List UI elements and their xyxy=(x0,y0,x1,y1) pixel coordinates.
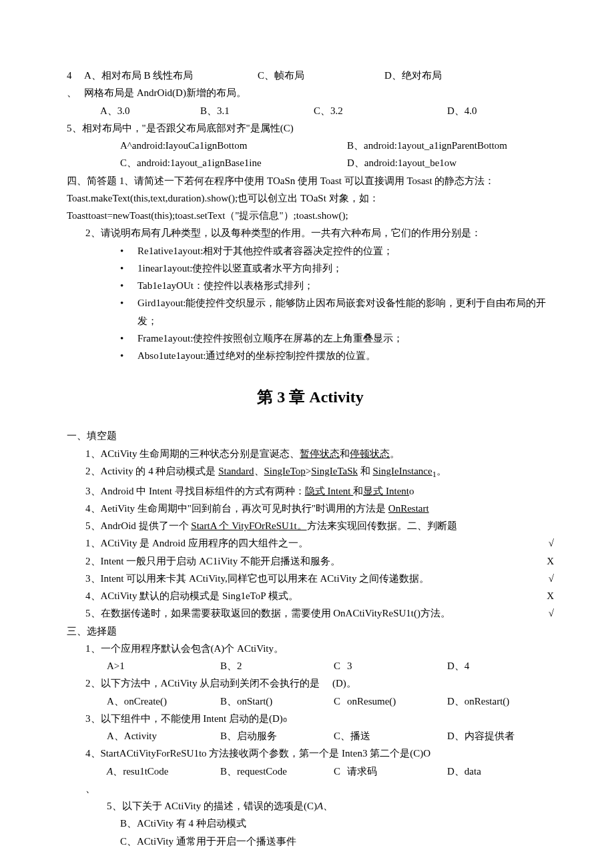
a: A、Activity xyxy=(107,727,220,745)
ja: √ xyxy=(534,534,554,552)
u: 暂停状态 xyxy=(300,448,340,459)
ver-b: B、3.1 xyxy=(200,102,314,119)
sa-heading: 四、简答题 1、请简述一下若何在程序中使用 TOaSn 使用 Toast 可以直… xyxy=(67,172,554,189)
u: 显式 Intent xyxy=(363,486,409,496)
u: StartA 个 VityFOrReSU1t。 xyxy=(191,520,306,531)
c: C xyxy=(334,657,347,675)
b: B、requestCode xyxy=(220,763,334,780)
t: 、 xyxy=(254,466,264,476)
mc-q3: 3、以下组件中，不能使用 Intent 启动的是(D)₀ xyxy=(67,710,554,727)
t: 2、Activity 的 4 种启动模式是 xyxy=(85,466,218,476)
jt: 4、ACtiVity 默认的启动模式是 Sing1eToP 模式。 xyxy=(85,587,534,604)
bullet-text: 1inear1ayout:使控件以竖直或者水平方向排列； xyxy=(137,260,554,277)
q5-c: C、android:1ayout_a1ignBase1ine xyxy=(120,154,347,171)
d: D、内容提供者 xyxy=(447,727,554,745)
mc-q1-opts: A>1 B、2 C 3 D、4 xyxy=(67,657,554,675)
bullet-dot: • xyxy=(120,260,137,277)
ver-a: A、3.0 xyxy=(100,102,200,119)
u: 停顿状态 xyxy=(350,448,390,459)
a: A>1 xyxy=(107,657,220,675)
bullet-dot: • xyxy=(120,277,137,294)
fill-q1: 1、ACtiVity 生命周期的三种状态分别是宣诞态、暂停状态和停顿状态。 xyxy=(67,445,554,462)
q5-d: D、android:1ayout_be1ow xyxy=(347,154,554,171)
q5-opts-row2: C、android:1ayout_a1ignBase1ine D、android… xyxy=(67,154,554,171)
chapter-heading: 第 3 章 Activity xyxy=(67,383,554,411)
u: SingIeInstance xyxy=(373,466,432,476)
mc-q4: 4、StartACtiVityForReSU1to 方法接收两个参数，第一个是 … xyxy=(67,745,554,762)
mc-q2-opts: A、onCreate() B、onStart() C onResume() D、… xyxy=(67,693,554,710)
bullet-4: •Frame1ayout:使控件按照创立顺序在屏幕的左上角重叠显示； xyxy=(67,330,554,347)
sa-q2: 2、请说明布局有几种类型，以及每种类型的作用。一共有六种布局，它们的作用分别是： xyxy=(67,224,554,242)
ja: X xyxy=(534,587,554,604)
fill-q3: 3、Android 中 Intent 寻找目标组件的方式有两种：隐式 Inten… xyxy=(67,482,554,500)
ver-d: D、4.0 xyxy=(447,102,477,119)
judge-1: 1、ACtiVity 是 Android 应用程序的四大组件之一。√ xyxy=(67,534,554,552)
t: 和 xyxy=(358,466,373,476)
judge-4: 4、ACtiVity 默认的启动模式是 Sing1eToP 模式。X xyxy=(67,587,554,604)
mc-trail: 、 xyxy=(67,780,554,797)
q5-opts-row1: A^android:IayouCa1ignBottom B、android:1a… xyxy=(67,137,554,154)
q5-b: B、android:1ayout_a1ignParentBottom xyxy=(347,137,554,154)
b: B、onStart() xyxy=(220,693,334,710)
u: OnRestart xyxy=(388,503,429,514)
t: o xyxy=(409,486,414,496)
q4-opt-c: C、帧布局 xyxy=(258,67,384,84)
t: 4、AetiVity 生命周期中"回到前台，再次可见时执行"时调用的方法是 xyxy=(85,503,388,514)
sa-l2: Toast.makeText(this,text,duration).show(… xyxy=(67,189,554,207)
ver-c: C、3.2 xyxy=(314,102,447,119)
cv: 请求码 xyxy=(347,763,447,780)
jt: 3、Intent 可以用来卡其 ACtiVity,同样它也可以用来在 ACtiV… xyxy=(85,570,534,587)
u: SingIeTop xyxy=(264,466,306,476)
jt: 1、ACtiVity 是 Android 应用程序的四大组件之一。 xyxy=(85,534,534,552)
t: 和 xyxy=(353,486,363,496)
judge-3: 3、Intent 可以用来卡其 ACtiVity,同样它也可以用来在 ACtiV… xyxy=(67,570,554,587)
b: B、启动服务 xyxy=(220,727,334,745)
version-row: A、3.0 B、3.1 C、3.2 D、4.0 xyxy=(67,102,554,119)
grid-note-row: 、 网格布局是 AndrOid(D)新增的布局。 xyxy=(67,84,554,101)
mc-q4-opts: A、resu1tCode B、requestCode C 请求码 D、data xyxy=(67,763,554,780)
u: Standard xyxy=(218,466,254,476)
bullet-text: Tab1e1ayOUt：使控件以表格形式排列； xyxy=(137,277,554,294)
mc-q5c: C、ACtiVity 通常用于开启一个播送事件 xyxy=(67,833,554,850)
sa-l3: Toasttoast=newToast(this);toast.setText（… xyxy=(67,207,554,224)
a: A、onCreate() xyxy=(107,693,220,710)
d: D、data xyxy=(447,763,554,780)
judge-5: 5、在数据传递时，如果需要获取返回的数据，需要使用 OnACtiVityReSU… xyxy=(67,604,554,622)
jt: 2、Intent 一般只用于启动 AC1iVity 不能开启播送和服务。 xyxy=(85,552,534,570)
bullet-dot: • xyxy=(120,347,137,364)
bullet-text: Gird1ayout:能使控件交织显示，能够防止因布局嵌套对设备性能的影响，更利… xyxy=(137,294,554,330)
dun: 、 xyxy=(67,84,84,101)
d: D、4 xyxy=(447,657,554,675)
t: 和 xyxy=(340,448,350,459)
b: B、2 xyxy=(220,657,334,675)
mc-q1: 1、一个应用程序默认会包含(A)个 ACtiVity。 xyxy=(67,640,554,657)
c: C、播送 xyxy=(334,727,447,745)
bullet-dot: • xyxy=(120,294,137,330)
a: A、resu1tCode xyxy=(107,763,220,780)
cv: onResume() xyxy=(347,693,447,710)
t: 方法来实现回传数据。二、判断题 xyxy=(307,520,457,531)
t: 5、AndrOid 提供了一个 xyxy=(85,520,191,531)
grid-note: 网格布局是 AndrOid(D)新增的布局。 xyxy=(84,84,246,101)
fill-q5: 5、AndrOid 提供了一个 StartA 个 VityFOrReSU1t。方… xyxy=(67,517,554,534)
bullet-2: •Tab1e1ayOUt：使控件以表格形式排列； xyxy=(67,277,554,294)
t: 。 xyxy=(436,466,446,476)
fill-heading: 一、填空题 xyxy=(67,427,554,444)
q4-opt-d: D、绝对布局 xyxy=(384,67,442,84)
bullet-text: Frame1ayout:使控件按照创立顺序在屏幕的左上角重叠显示； xyxy=(137,330,554,347)
q2t: 2、以下方法中，ACtiVity 从启动到关闭不会执行的是 xyxy=(85,675,332,692)
bullet-3: •Gird1ayout:能使控件交织显示，能够防止因布局嵌套对设备性能的影响，更… xyxy=(67,294,554,330)
mc-q2: 2、以下方法中，ACtiVity 从启动到关闭不会执行的是 (D)。 xyxy=(67,675,554,692)
ja: X xyxy=(534,552,554,570)
jt: 5、在数据传递时，如果需要获取返回的数据，需要使用 OnACtiVityReSU… xyxy=(85,604,534,622)
t: 3、Android 中 Intent 寻找目标组件的方式有两种： xyxy=(85,486,305,496)
q5-a: A^android:IayouCa1ignBottom xyxy=(120,137,347,154)
bullet-dot: • xyxy=(120,330,137,347)
cv: 3 xyxy=(347,657,447,675)
bullet-0: •Re1ative1ayout:相对于其他控件或者容器决定控件的位置； xyxy=(67,242,554,260)
c: C xyxy=(334,693,347,710)
fill-q4: 4、AetiVity 生命周期中"回到前台，再次可见时执行"时调用的方法是 On… xyxy=(67,500,554,517)
q4-num: 4 xyxy=(67,67,84,84)
mc-q4-line1: 4 A、相对布局 B 线性布局 C、帧布局 D、绝对布局 xyxy=(67,67,554,84)
bullet-text: Abso1ute1ayout:通过绝对的坐标控制控件摆放的位置。 xyxy=(137,347,554,364)
